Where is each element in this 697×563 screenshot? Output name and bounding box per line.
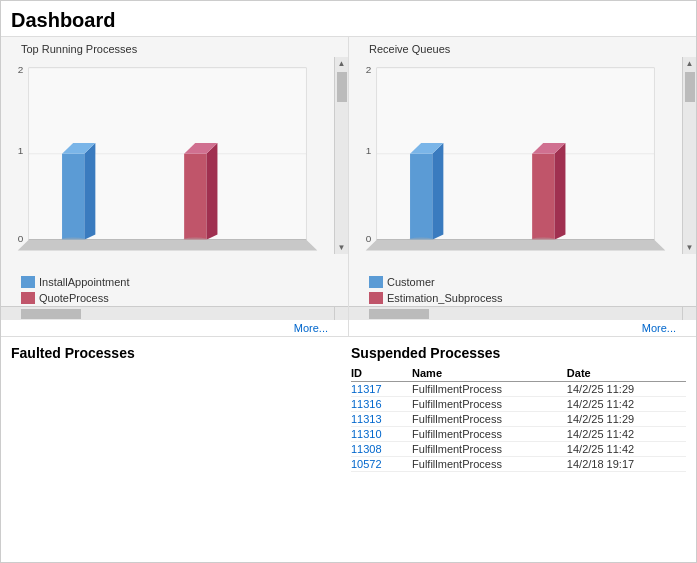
legend-label-install: InstallAppointment (39, 276, 130, 288)
cell-date: 14/2/25 11:42 (567, 442, 686, 457)
cell-date: 14/2/18 19:17 (567, 457, 686, 472)
suspended-processes-panel: Suspended Processes ID Name Date 11317 F… (351, 345, 686, 472)
scrollbar-corner-rq (682, 306, 696, 320)
cell-id[interactable]: 11313 (351, 412, 412, 427)
legend-label-quote: QuoteProcess (39, 292, 109, 304)
cell-name: FulfillmentProcess (412, 457, 567, 472)
cell-date: 14/2/25 11:42 (567, 397, 686, 412)
process-id-link[interactable]: 10572 (351, 458, 382, 470)
svg-marker-28 (554, 143, 565, 240)
table-row: 10572 FulfillmentProcess 14/2/18 19:17 (351, 457, 686, 472)
scrollbar-h-thumb[interactable] (21, 309, 81, 319)
svg-marker-8 (84, 143, 95, 240)
col-name: Name (412, 365, 567, 382)
receive-queues-more-anchor[interactable]: More... (642, 322, 676, 334)
col-date: Date (567, 365, 686, 382)
faulted-processes-panel: Faulted Processes (11, 345, 341, 472)
process-id-link[interactable]: 11308 (351, 443, 382, 455)
page-title: Dashboard (1, 1, 696, 37)
top-running-chart-title: Top Running Processes (1, 37, 348, 57)
cell-date: 14/2/25 11:42 (567, 427, 686, 442)
process-id-link[interactable]: 11313 (351, 413, 382, 425)
dashboard-container: Dashboard Top Running Processes 2 1 0 (0, 0, 697, 563)
suspended-table: ID Name Date 11317 FulfillmentProcess 14… (351, 365, 686, 472)
svg-text:2: 2 (366, 64, 372, 75)
legend-item-install: InstallAppointment (21, 274, 340, 290)
top-running-scrollbar-h[interactable] (1, 306, 334, 320)
col-id: ID (351, 365, 412, 382)
receive-queues-scrollbar-h-container (349, 306, 696, 320)
top-running-scrollbar-h-container (1, 306, 348, 320)
scrollbar-corner (334, 306, 348, 320)
svg-marker-25 (432, 143, 443, 240)
scrollbar-h-thumb-rq[interactable] (369, 309, 429, 319)
top-running-chart-area: 2 1 0 (1, 57, 348, 272)
svg-text:0: 0 (18, 233, 24, 244)
bottom-section: Faulted Processes Suspended Processes ID… (1, 337, 696, 480)
svg-text:0: 0 (366, 233, 372, 244)
svg-text:2: 2 (18, 64, 24, 75)
scroll-thumb[interactable] (337, 72, 347, 102)
svg-marker-33 (366, 240, 666, 251)
legend-color-customer (369, 276, 383, 288)
receive-queues-scrollbar-h[interactable] (349, 306, 682, 320)
process-id-link[interactable]: 11316 (351, 398, 382, 410)
cell-date: 14/2/25 11:29 (567, 382, 686, 397)
scroll-thumb-rq[interactable] (685, 72, 695, 102)
receive-queues-more-link[interactable]: More... (349, 320, 696, 336)
cell-id[interactable]: 11310 (351, 427, 412, 442)
cell-id[interactable]: 10572 (351, 457, 412, 472)
legend-color-install (21, 276, 35, 288)
charts-row: Top Running Processes 2 1 0 (1, 37, 696, 337)
svg-rect-26 (410, 154, 432, 240)
top-running-scroll-y[interactable] (334, 57, 348, 254)
legend-item-quote: QuoteProcess (21, 290, 340, 306)
svg-text:1: 1 (366, 145, 372, 156)
svg-marker-16 (18, 240, 318, 251)
svg-rect-9 (62, 154, 84, 240)
legend-color-quote (21, 292, 35, 304)
legend-item-customer: Customer (369, 274, 688, 290)
cell-date: 14/2/25 11:29 (567, 412, 686, 427)
cell-name: FulfillmentProcess (412, 382, 567, 397)
legend-item-estimation: Estimation_Subprocess (369, 290, 688, 306)
cell-id[interactable]: 11316 (351, 397, 412, 412)
legend-label-estimation: Estimation_Subprocess (387, 292, 503, 304)
cell-id[interactable]: 11308 (351, 442, 412, 457)
receive-queues-chart-title: Receive Queues (349, 37, 696, 57)
process-id-link[interactable]: 11317 (351, 383, 382, 395)
legend-color-estimation (369, 292, 383, 304)
top-running-legend: InstallAppointment QuoteProcess (1, 272, 348, 306)
top-running-more-link[interactable]: More... (1, 320, 348, 336)
receive-queues-legend: Customer Estimation_Subprocess (349, 272, 696, 306)
faulted-title: Faulted Processes (11, 345, 341, 361)
suspended-title: Suspended Processes (351, 345, 686, 361)
cell-name: FulfillmentProcess (412, 412, 567, 427)
table-row: 11313 FulfillmentProcess 14/2/25 11:29 (351, 412, 686, 427)
top-running-chart-svg: 2 1 0 (1, 57, 334, 272)
table-row: 11308 FulfillmentProcess 14/2/25 11:42 (351, 442, 686, 457)
table-row: 11316 FulfillmentProcess 14/2/25 11:42 (351, 397, 686, 412)
svg-rect-29 (532, 154, 554, 240)
receive-queues-chart-area: 2 1 0 (349, 57, 696, 272)
receive-queues-chart-svg: 2 1 0 (349, 57, 682, 272)
cell-name: FulfillmentProcess (412, 397, 567, 412)
process-id-link[interactable]: 11310 (351, 428, 382, 440)
table-row: 11310 FulfillmentProcess 14/2/25 11:42 (351, 427, 686, 442)
receive-queues-chart-panel: Receive Queues 2 1 0 (349, 37, 696, 336)
table-row: 11317 FulfillmentProcess 14/2/25 11:29 (351, 382, 686, 397)
svg-rect-12 (184, 154, 206, 240)
receive-queues-scroll-y[interactable] (682, 57, 696, 254)
cell-name: FulfillmentProcess (412, 442, 567, 457)
table-header-row: ID Name Date (351, 365, 686, 382)
top-running-more-anchor[interactable]: More... (294, 322, 328, 334)
cell-id[interactable]: 11317 (351, 382, 412, 397)
cell-name: FulfillmentProcess (412, 427, 567, 442)
svg-text:1: 1 (18, 145, 24, 156)
legend-label-customer: Customer (387, 276, 435, 288)
top-running-chart-panel: Top Running Processes 2 1 0 (1, 37, 349, 336)
svg-marker-11 (206, 143, 217, 240)
